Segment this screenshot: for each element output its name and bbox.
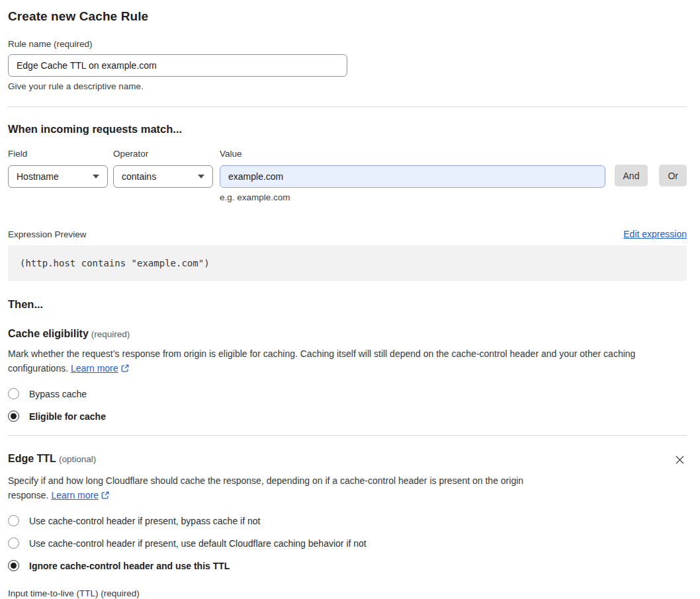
- cache-eligibility-options: Bypass cache Eligible for cache: [8, 388, 687, 422]
- operator-select[interactable]: contains: [113, 165, 213, 188]
- radio-checked-icon: [8, 411, 19, 422]
- cache-eligibility-qualifier: (required): [91, 329, 130, 339]
- learn-more-link[interactable]: Learn more: [71, 363, 118, 374]
- match-row: Field Hostname Operator contains Value e…: [8, 149, 687, 202]
- radio-unchecked-icon: [8, 388, 19, 399]
- edit-expression-link[interactable]: Edit expression: [623, 229, 687, 239]
- chevron-down-icon: [198, 175, 204, 179]
- edge-ttl-qualifier: (optional): [59, 454, 96, 464]
- ttl-label: Input time-to-live (TTL) (required): [8, 588, 687, 598]
- value-input[interactable]: [220, 165, 605, 188]
- rule-name-help: Give your rule a descriptive name.: [8, 81, 347, 91]
- field-select[interactable]: Hostname: [8, 165, 108, 188]
- section-divider: [8, 106, 687, 107]
- expression-preview-header: Expression Preview Edit expression: [8, 229, 687, 239]
- expression-preview-label: Expression Preview: [8, 229, 87, 239]
- field-label: Field: [8, 149, 108, 159]
- radio-eligible-for-cache[interactable]: Eligible for cache: [8, 411, 687, 422]
- chevron-down-icon: [93, 175, 99, 179]
- operator-label: Operator: [113, 149, 213, 159]
- radio-label: Use cache-control header if present, byp…: [29, 516, 260, 526]
- radio-use-header-default[interactable]: Use cache-control header if present, use…: [8, 538, 687, 549]
- page-title: Create new Cache Rule: [8, 9, 687, 24]
- radio-unchecked-icon: [8, 538, 19, 549]
- rule-name-block: Rule name (required) Give your rule a de…: [8, 39, 347, 91]
- expression-code: (http.host contains "example.com"): [8, 245, 687, 281]
- or-button[interactable]: Or: [659, 165, 687, 186]
- rule-name-label: Rule name (required): [8, 39, 347, 49]
- radio-label: Ignore cache-control header and use this…: [29, 561, 230, 571]
- close-icon[interactable]: [673, 453, 687, 467]
- external-link-icon: [120, 364, 130, 375]
- section-divider: [8, 435, 687, 436]
- operator-select-value: contains: [122, 171, 156, 182]
- external-link-icon: [101, 491, 110, 502]
- cache-eligibility-header: Cache eligibility(required): [8, 328, 687, 340]
- cache-eligibility-description: Mark whether the request’s response from…: [8, 347, 687, 377]
- radio-ignore-header-use-ttl[interactable]: Ignore cache-control header and use this…: [8, 560, 687, 571]
- field-select-value: Hostname: [17, 171, 59, 182]
- radio-bypass-cache[interactable]: Bypass cache: [8, 388, 687, 399]
- match-heading: When incoming requests match...: [8, 123, 687, 136]
- edge-ttl-description: Specify if and how long Cloudflare shoul…: [8, 474, 564, 504]
- learn-more-link[interactable]: Learn more: [51, 490, 99, 500]
- and-button[interactable]: And: [615, 165, 648, 186]
- radio-checked-icon: [8, 560, 19, 571]
- radio-use-header-bypass[interactable]: Use cache-control header if present, byp…: [8, 515, 687, 526]
- edge-ttl-title: Edge TTL: [8, 453, 56, 464]
- edge-ttl-options: Use cache-control header if present, byp…: [8, 515, 687, 571]
- cache-eligibility-heading: Cache eligibility(required): [8, 328, 130, 340]
- rule-name-input[interactable]: [8, 54, 347, 77]
- edge-ttl-header: Edge TTL(optional): [8, 453, 687, 467]
- radio-label: Eligible for cache: [29, 411, 106, 422]
- radio-unchecked-icon: [8, 515, 19, 526]
- value-label: Value: [220, 149, 605, 159]
- radio-label: Bypass cache: [29, 389, 87, 399]
- value-help: e.g. example.com: [220, 192, 605, 202]
- then-heading: Then...: [8, 298, 687, 311]
- cache-eligibility-title: Cache eligibility: [8, 328, 89, 339]
- edge-ttl-heading: Edge TTL(optional): [8, 453, 96, 465]
- radio-label: Use cache-control header if present, use…: [29, 538, 367, 549]
